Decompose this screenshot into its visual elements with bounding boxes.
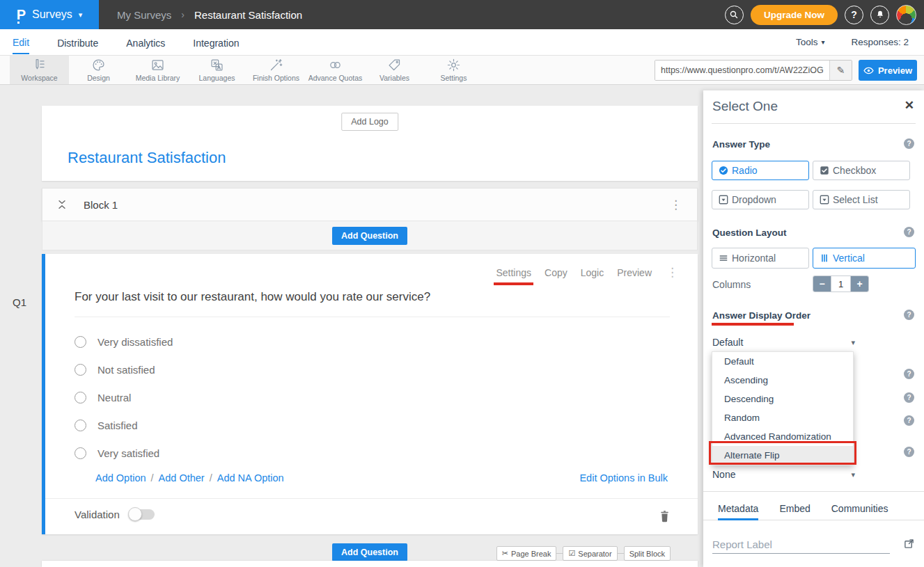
radio-icon[interactable] [75,420,86,431]
menu-item-default[interactable]: Default [712,352,853,371]
notifications-button[interactable] [870,6,889,24]
question-number: Q1 [13,296,26,308]
avatar[interactable] [896,5,916,25]
tab-preview[interactable]: Preview [617,267,652,278]
increase-columns-button[interactable]: + [851,276,868,292]
answer-option[interactable]: Neutral [75,383,173,411]
help-icon[interactable]: ? [904,369,914,379]
breadcrumb-current: Restaurant Satisfaction [194,9,302,21]
radio-icon[interactable] [75,392,86,404]
menu-item-random[interactable]: Random [712,408,853,427]
nav-tab-edit[interactable]: Edit [13,31,29,54]
toolbar-item-workspace[interactable]: Workspace [10,56,69,84]
toolbar-item-variables[interactable]: Variables [365,56,424,84]
next-block-card [42,561,698,567]
survey-title[interactable]: Restaurant Satisfaction [68,149,226,167]
block-title[interactable]: Block 1 [84,199,118,211]
close-icon[interactable]: ✕ [905,99,914,111]
tag-icon [387,58,402,72]
tab-communities[interactable]: Communities [831,500,888,520]
breadcrumb-my-surveys[interactable]: My Surveys [117,9,171,21]
search-button[interactable] [725,6,744,24]
report-label-input[interactable] [712,536,890,554]
block-header: Block 1 ⋮ [42,188,698,221]
answer-type-radio[interactable]: Radio [712,161,809,180]
toolbar-item-settings[interactable]: Settings [424,56,483,84]
answer-display-order-select[interactable]: Default ▾ [712,334,855,351]
validation-toggle[interactable] [129,509,155,520]
question-layout-label: Question Layout [712,227,787,238]
radio-icon[interactable] [75,336,86,348]
help-icon[interactable]: ? [904,415,914,426]
answer-type-checkbox[interactable]: Checkbox [813,161,910,180]
layout-vertical[interactable]: Vertical [813,248,916,269]
tab-metadata[interactable]: Metadata [718,500,758,520]
question-card: Settings Copy Logic Preview ⋮ For your l… [42,254,698,534]
add-other-link[interactable]: Add Other [159,472,205,484]
validation-label: Validation [75,509,120,520]
edit-options-bulk-link[interactable]: Edit Options in Bulk [579,472,668,484]
menu-item-advanced-randomization[interactable]: Advanced Randomization [712,427,853,446]
answer-type-select-list[interactable]: Select List [813,190,910,209]
question-tabs: Settings Copy Logic Preview ⋮ [496,266,678,278]
block-menu-icon[interactable]: ⋮ [670,199,682,211]
help-icon[interactable]: ? [904,138,914,149]
tab-logic[interactable]: Logic [581,267,604,278]
nav-tab-analytics[interactable]: Analytics [126,31,165,54]
tab-settings[interactable]: Settings [496,267,531,278]
help-icon[interactable]: ? [904,310,914,320]
app-root: P Surveys ▾ My Surveys › Restaurant Sati… [0,0,924,567]
answer-option[interactable]: Very dissatisfied [75,328,173,356]
nav-tab-integration[interactable]: Integration [193,31,239,54]
question-text[interactable]: For your last visit to our restaurant, h… [75,290,430,304]
layout-horizontal[interactable]: Horizontal [712,248,809,269]
add-logo-button[interactable]: Add Logo [341,113,398,131]
tools-menu[interactable]: Tools▾ [796,37,825,47]
annotation-settings-underline [494,282,533,285]
survey-url-input[interactable] [655,61,829,80]
separator-button[interactable]: ☑Separator [563,546,617,561]
toolbar-item-languages[interactable]: Languages [187,56,246,84]
help-icon[interactable]: ? [904,392,914,403]
add-na-option-link[interactable]: Add NA Option [217,472,284,484]
split-block-button[interactable]: Split Block [624,546,671,561]
pencil-icon: ✎ [837,65,845,76]
tab-embed[interactable]: Embed [779,500,810,520]
help-icon[interactable]: ? [904,447,914,457]
answer-type-dropdown[interactable]: Dropdown [712,190,809,209]
toolbar-item-media-library[interactable]: Media Library [128,56,187,84]
menu-item-descending[interactable]: Descending [712,390,853,408]
product-switcher[interactable]: P Surveys ▾ [0,0,99,29]
toolbar-item-finish-options[interactable]: Finish Options [246,56,306,84]
tab-copy[interactable]: Copy [545,267,567,278]
add-option-link[interactable]: Add Option [95,472,146,484]
none-select[interactable]: None ▾ [712,466,855,483]
menu-item-ascending[interactable]: Ascending [712,371,853,390]
toolbar-item-advance-quotas[interactable]: Advance Quotas [306,56,365,84]
responses-link[interactable]: Responses: 2 [851,37,909,47]
preview-button[interactable]: Preview [859,60,917,81]
toolbar-item-design[interactable]: Design [69,56,128,84]
delete-question-button[interactable] [659,510,670,526]
edit-url-button[interactable]: ✎ [829,61,852,80]
link-icon [328,58,343,72]
upgrade-now-button[interactable]: Upgrade Now [751,5,838,25]
survey-canvas: Q1 Add Logo Restaurant Satisfaction Bloc… [42,85,698,567]
question-menu-icon[interactable]: ⋮ [666,266,678,278]
radio-icon[interactable] [75,447,86,459]
add-question-button-bottom[interactable]: Add Question [332,543,407,561]
answer-options: Very dissatisfied Not satisfied Neutral … [75,328,173,467]
help-button[interactable]: ? [845,6,863,24]
page-break-button[interactable]: ✂Page Break [496,546,557,561]
answer-option[interactable]: Satisfied [75,411,173,439]
help-icon[interactable]: ? [904,227,914,237]
menu-item-alternate-flip[interactable]: Alternate Flip [712,446,853,465]
add-question-button[interactable]: Add Question [332,227,407,245]
decrease-columns-button[interactable]: − [813,276,831,292]
answer-option[interactable]: Very satisfied [75,439,173,467]
nav-tab-distribute[interactable]: Distribute [57,31,98,54]
answer-option[interactable]: Not satisfied [75,356,173,383]
radio-icon[interactable] [75,364,86,376]
collapse-block-icon[interactable] [57,199,67,210]
expand-report-label-button[interactable] [904,538,914,552]
